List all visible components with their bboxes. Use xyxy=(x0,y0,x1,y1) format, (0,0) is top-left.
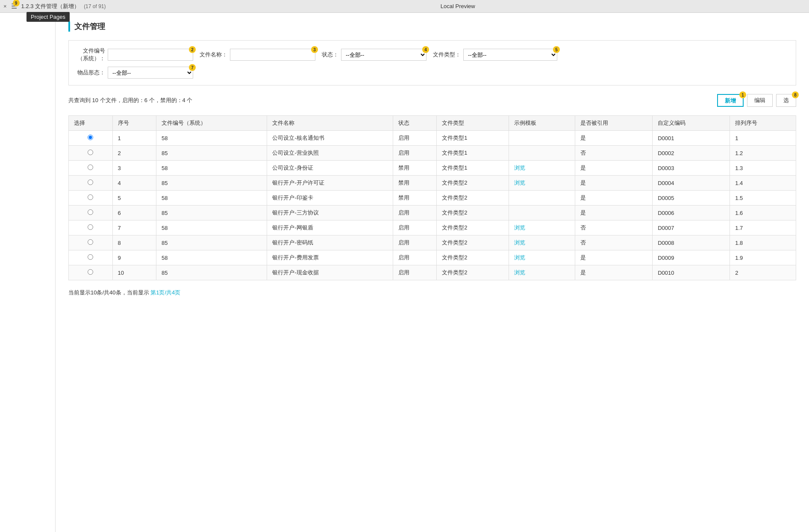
cell-code: 58 xyxy=(156,161,267,176)
page-title: 文件管理 xyxy=(68,21,796,32)
cell-file-type: 文件类型2 xyxy=(437,206,509,220)
close-button[interactable]: × xyxy=(3,3,7,9)
search-form: 文件编号（系统）： 2 文件名称： 3 状态： xyxy=(68,40,796,85)
row-radio[interactable] xyxy=(88,194,93,200)
cell-sort: 1.9 xyxy=(730,250,796,265)
row-radio[interactable] xyxy=(88,165,93,170)
cell-sort: 1.4 xyxy=(730,176,796,191)
file-code-label: 文件编号（系统）： xyxy=(77,47,105,62)
cell-template[interactable]: 浏览 xyxy=(509,220,575,235)
cell-template[interactable]: 浏览 xyxy=(509,250,575,265)
cell-status[interactable]: 禁用 xyxy=(393,161,437,176)
row-radio[interactable] xyxy=(88,254,93,260)
top-bar-title: 1.2.3 文件管理（新增） xyxy=(21,3,80,10)
cell-sort: 1.3 xyxy=(730,161,796,176)
radio-cell xyxy=(69,265,113,280)
preview-label: Local Preview xyxy=(110,3,806,9)
badge-2: 2 xyxy=(189,46,196,53)
cell-status[interactable]: 禁用 xyxy=(393,191,437,206)
cell-file-type: 文件类型1 xyxy=(437,146,509,161)
edit-button[interactable]: 编辑 xyxy=(747,94,773,107)
cell-template xyxy=(509,206,575,220)
cell-seq: 7 xyxy=(112,220,156,235)
table-row: 158公司设立-核名通知书启用文件类型1是D00011 xyxy=(69,131,796,146)
cell-file-type: 文件类型1 xyxy=(437,131,509,146)
cell-file-type: 文件类型2 xyxy=(437,220,509,235)
form-row-1: 文件编号（系统）： 2 文件名称： 3 状态： xyxy=(77,47,787,62)
cell-status[interactable]: 启用 xyxy=(393,235,437,250)
col-sort: 排列序号 xyxy=(730,116,796,131)
row-radio[interactable] xyxy=(88,239,93,245)
table-row: 485银行开户-开户许可证禁用文件类型2浏览是D00041.4 xyxy=(69,176,796,191)
cell-status[interactable]: 启用 xyxy=(393,265,437,280)
cell-seq: 8 xyxy=(112,235,156,250)
col-seq: 序号 xyxy=(112,116,156,131)
row-radio[interactable] xyxy=(88,209,93,215)
cell-sort: 1.8 xyxy=(730,235,796,250)
cell-name: 银行开户-现金收据 xyxy=(267,265,393,280)
cell-file-type: 文件类型1 xyxy=(437,161,509,176)
cell-referenced: 是 xyxy=(575,206,653,220)
cell-referenced: 否 xyxy=(575,220,653,235)
col-code: 文件编号（系统） xyxy=(156,116,267,131)
row-radio[interactable] xyxy=(88,150,93,155)
badge-5: 5 xyxy=(553,46,560,53)
browse-link[interactable]: 浏览 xyxy=(514,179,525,186)
cell-status[interactable]: 启用 xyxy=(393,250,437,265)
cell-seq: 9 xyxy=(112,250,156,265)
cell-referenced: 是 xyxy=(575,161,653,176)
file-type-label: 文件类型： xyxy=(433,51,461,59)
cell-sort: 1.5 xyxy=(730,191,796,206)
row-radio[interactable] xyxy=(88,224,93,230)
row-radio[interactable] xyxy=(88,179,93,185)
cell-seq: 3 xyxy=(112,161,156,176)
table-row: 758银行开户-网银盾启用文件类型2浏览否D00071.7 xyxy=(69,220,796,235)
cell-custom-code: D0010 xyxy=(653,265,730,280)
cell-name: 银行开户-印鉴卡 xyxy=(267,191,393,206)
status-select[interactable]: --全部-- 启用 禁用 xyxy=(341,49,427,61)
cell-template[interactable]: 浏览 xyxy=(509,265,575,280)
row-radio[interactable] xyxy=(88,135,93,140)
sidebar xyxy=(0,13,56,532)
cell-name: 银行开户-网银盾 xyxy=(267,220,393,235)
cell-name: 公司设立-身份证 xyxy=(267,161,393,176)
cell-code: 85 xyxy=(156,235,267,250)
browse-link[interactable]: 浏览 xyxy=(514,254,525,261)
cell-template[interactable]: 浏览 xyxy=(509,161,575,176)
cell-template[interactable]: 浏览 xyxy=(509,235,575,250)
browse-link[interactable]: 浏览 xyxy=(514,165,525,171)
file-code-input[interactable] xyxy=(108,49,193,61)
cell-status[interactable]: 启用 xyxy=(393,220,437,235)
table-row: 358公司设立-身份证禁用文件类型1浏览是D00031.3 xyxy=(69,161,796,176)
cell-status[interactable]: 禁用 xyxy=(393,176,437,191)
file-name-input[interactable] xyxy=(230,49,315,61)
cell-status[interactable]: 启用 xyxy=(393,206,437,220)
cell-referenced: 是 xyxy=(575,250,653,265)
cell-sort: 1.7 xyxy=(730,220,796,235)
cell-template xyxy=(509,146,575,161)
browse-link[interactable]: 浏览 xyxy=(514,269,525,276)
pagination-link[interactable]: 第1页/共4页 xyxy=(150,289,180,296)
cell-status[interactable]: 启用 xyxy=(393,131,437,146)
goods-form-item: 物品形态： --全部-- 7 xyxy=(77,67,193,79)
cell-status[interactable]: 启用 xyxy=(393,146,437,161)
row-radio[interactable] xyxy=(88,269,93,275)
cell-template[interactable]: 浏览 xyxy=(509,176,575,191)
cell-referenced: 是 xyxy=(575,176,653,191)
cell-sort: 1 xyxy=(730,131,796,146)
radio-cell xyxy=(69,131,113,146)
cell-seq: 2 xyxy=(112,146,156,161)
goods-form-select[interactable]: --全部-- xyxy=(108,67,193,79)
cell-seq: 6 xyxy=(112,206,156,220)
browse-link[interactable]: 浏览 xyxy=(514,239,525,246)
browse-link[interactable]: 浏览 xyxy=(514,224,525,231)
cell-code: 85 xyxy=(156,265,267,280)
cell-sort: 1.6 xyxy=(730,206,796,220)
cell-code: 58 xyxy=(156,220,267,235)
file-type-select[interactable]: --全部-- 文件类型1 文件类型2 xyxy=(463,49,557,61)
col-select: 选择 xyxy=(69,116,113,131)
status-label: 状态： xyxy=(322,51,338,59)
cell-code: 85 xyxy=(156,146,267,161)
badge-1: 1 xyxy=(739,91,746,98)
cell-custom-code: D0003 xyxy=(653,161,730,176)
